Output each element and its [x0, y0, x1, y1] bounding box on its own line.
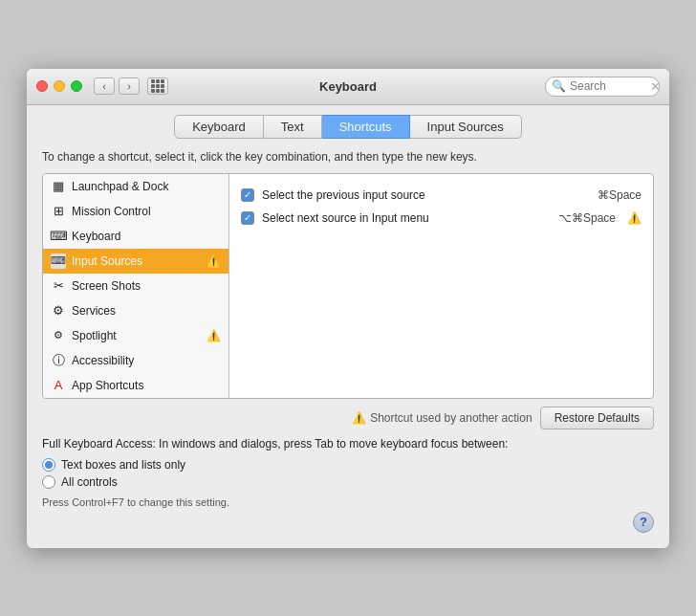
sidebar-label-mission-control: Mission Control [72, 205, 151, 218]
grid-icon [151, 79, 164, 93]
forward-button[interactable]: › [119, 77, 140, 95]
nav-buttons: ‹ › [94, 77, 140, 95]
restore-defaults-button[interactable]: Restore Defaults [540, 407, 654, 429]
sidebar-item-spotlight[interactable]: ⚙ Spotlight ⚠️ [43, 323, 228, 348]
checkbox-prev-input[interactable]: ✓ [241, 188, 254, 202]
checkmark-icon: ✓ [244, 189, 251, 200]
press-note: Press Control+F7 to change this setting. [42, 496, 654, 508]
keyboard-icon: ⌨ [51, 229, 66, 244]
launchpad-icon: ▦ [51, 179, 66, 194]
access-section: Full Keyboard Access: In windows and dia… [42, 433, 654, 508]
services-icon: ⚙ [51, 303, 66, 319]
accessibility-icon: ⓘ [51, 353, 66, 368]
shortcut-row-next-input: ✓ Select next source in Input menu ⌥⌘Spa… [241, 207, 642, 230]
input-sources-warning-icon: ⚠️ [207, 254, 221, 268]
search-box[interactable]: 🔍 ✕ [545, 77, 660, 97]
help-button[interactable]: ? [633, 512, 654, 533]
input-sources-icon: ⌨ [51, 253, 66, 269]
sidebar-item-accessibility[interactable]: ⓘ Accessibility [43, 348, 228, 373]
right-panel: ✓ Select the previous input source ⌘Spac… [229, 174, 653, 398]
shortcut-warning-message: ⚠️ Shortcut used by another action [352, 411, 532, 425]
tab-keyboard[interactable]: Keyboard [174, 115, 264, 139]
checkmark-icon: ✓ [244, 212, 251, 223]
spotlight-warning-icon: ⚠️ [207, 329, 221, 342]
radio-all-controls[interactable] [42, 475, 55, 489]
sidebar-label-app-shortcuts: App Shortcuts [72, 379, 143, 392]
sidebar-label-launchpad: Launchpad & Dock [72, 180, 168, 193]
help-btn-row: ? [42, 508, 654, 537]
sidebar: ▦ Launchpad & Dock ⊞ Mission Control ⌨ K… [43, 174, 229, 398]
sidebar-item-services[interactable]: ⚙ Services [43, 298, 228, 323]
radio-label-all-controls: All controls [61, 475, 118, 489]
maximize-button[interactable] [71, 80, 82, 92]
back-button[interactable]: ‹ [94, 77, 115, 95]
titlebar: ‹ › Keyboard 🔍 ✕ [27, 69, 669, 105]
main-panel: ▦ Launchpad & Dock ⊞ Mission Control ⌨ K… [42, 173, 654, 399]
sidebar-label-input-sources: Input Sources [72, 254, 142, 268]
sidebar-label-accessibility: Accessibility [72, 354, 134, 367]
clear-search-icon[interactable]: ✕ [650, 79, 661, 94]
keyboard-preferences-window: ‹ › Keyboard 🔍 ✕ Keyboard Text Shortcuts… [27, 69, 669, 548]
radio-selected-indicator [45, 461, 53, 469]
shortcut-row-prev-input: ✓ Select the previous input source ⌘Spac… [241, 184, 642, 207]
sidebar-item-launchpad[interactable]: ▦ Launchpad & Dock [43, 174, 228, 199]
search-input[interactable] [570, 79, 646, 93]
checkbox-next-input[interactable]: ✓ [241, 211, 254, 225]
shortcut-label-next-input: Select next source in Input menu [262, 211, 551, 225]
sidebar-item-screenshots[interactable]: ✂ Screen Shots [43, 274, 228, 298]
sidebar-label-spotlight: Spotlight [72, 329, 117, 342]
shortcut-key-next-input: ⌥⌘Space [558, 211, 616, 225]
shortcut-label-prev-input: Select the previous input source [262, 188, 590, 202]
sidebar-label-services: Services [72, 304, 116, 318]
sidebar-item-input-sources[interactable]: ⌨ Input Sources ⚠️ [43, 249, 228, 274]
access-title: Full Keyboard Access: In windows and dia… [42, 437, 654, 451]
radio-text-boxes[interactable] [42, 458, 55, 472]
sidebar-item-keyboard[interactable]: ⌨ Keyboard [43, 224, 228, 249]
sidebar-label-keyboard: Keyboard [72, 230, 120, 243]
spotlight-icon: ⚙ [51, 328, 66, 343]
radio-label-text-boxes: Text boxes and lists only [61, 458, 185, 472]
mission-control-icon: ⊞ [51, 204, 66, 219]
sidebar-item-mission-control[interactable]: ⊞ Mission Control [43, 199, 228, 224]
next-input-warning-icon: ⚠️ [627, 211, 642, 225]
sidebar-label-screenshots: Screen Shots [72, 279, 141, 293]
content-area: To change a shortcut, select it, click t… [27, 139, 669, 548]
tab-text[interactable]: Text [264, 115, 322, 139]
tab-shortcuts[interactable]: Shortcuts [322, 115, 410, 139]
warning-icon: ⚠️ [352, 411, 366, 425]
screenshots-icon: ✂ [51, 278, 66, 294]
minimize-button[interactable] [54, 80, 65, 92]
tabs-bar: Keyboard Text Shortcuts Input Sources [27, 105, 669, 139]
search-icon: 🔍 [552, 79, 566, 93]
grid-button[interactable] [147, 77, 168, 95]
sidebar-item-app-shortcuts[interactable]: A App Shortcuts [43, 373, 228, 398]
instruction-text: To change a shortcut, select it, click t… [42, 150, 654, 164]
app-shortcuts-icon: A [51, 378, 66, 393]
tab-input-sources[interactable]: Input Sources [410, 115, 522, 139]
traffic-lights [36, 80, 82, 92]
radio-row-text-boxes[interactable]: Text boxes and lists only [42, 458, 654, 472]
radio-row-all-controls[interactable]: All controls [42, 475, 654, 489]
bottom-bar: ⚠️ Shortcut used by another action Resto… [42, 399, 654, 433]
close-button[interactable] [36, 80, 48, 92]
window-title: Keyboard [319, 79, 377, 94]
shortcut-key-prev-input: ⌘Space [598, 188, 642, 202]
